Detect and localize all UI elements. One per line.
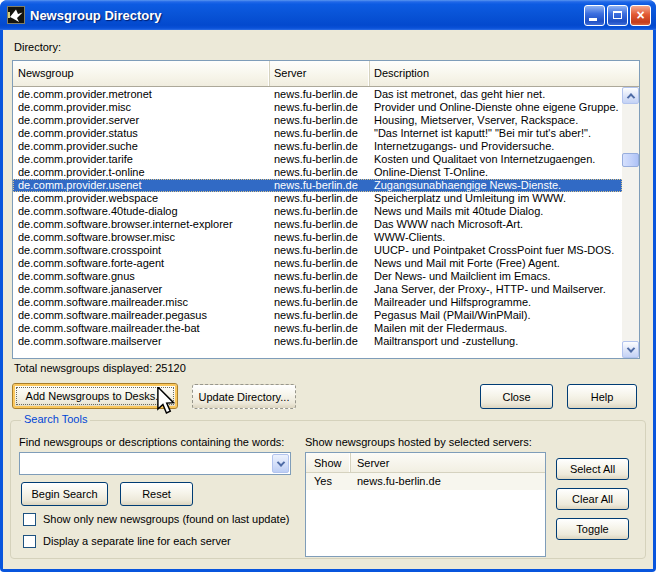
table-cell: Mailtransport und -zustellung. bbox=[370, 335, 622, 348]
table-row[interactable]: de.comm.provider.usenetnews.fu-berlin.de… bbox=[13, 179, 622, 192]
begin-search-button[interactable]: Begin Search bbox=[21, 482, 108, 506]
column-header-show[interactable]: Show bbox=[306, 453, 351, 472]
show-only-new-label: Show only new newsgroups (found on last … bbox=[43, 513, 289, 525]
table-cell: de.comm.software.mailserver bbox=[13, 335, 270, 348]
table-cell: de.comm.software.crosspoint bbox=[13, 244, 270, 257]
newsgroup-rows: de.comm.provider.metronetnews.fu-berlin.… bbox=[13, 88, 622, 348]
table-row[interactable]: de.comm.software.crosspointnews.fu-berli… bbox=[13, 244, 622, 257]
table-cell: de.comm.provider.tarife bbox=[13, 153, 270, 166]
column-header-server[interactable]: Server bbox=[270, 61, 370, 86]
separate-line-checkbox[interactable]: Display a separate line for each server bbox=[23, 534, 231, 548]
table-row[interactable]: de.comm.provider.suchenews.fu-berlin.deI… bbox=[13, 140, 622, 153]
table-row[interactable]: de.comm.software.browser.internet-explor… bbox=[13, 218, 622, 231]
titlebar[interactable]: Newsgroup Directory × bbox=[0, 0, 656, 30]
app-icon bbox=[7, 6, 25, 24]
checkbox-unchecked-icon bbox=[23, 535, 36, 548]
table-cell: de.comm.software.40tude-dialog bbox=[13, 205, 270, 218]
server-list-header: Show Server bbox=[306, 453, 545, 473]
table-cell: de.comm.software.browser.misc bbox=[13, 231, 270, 244]
table-cell: Internetzugangs- und Providersuche. bbox=[370, 140, 622, 153]
table-row[interactable]: de.comm.software.40tude-dialognews.fu-be… bbox=[13, 205, 622, 218]
table-row[interactable]: de.comm.provider.tarifenews.fu-berlin.de… bbox=[13, 153, 622, 166]
clear-all-button[interactable]: Clear All bbox=[556, 488, 629, 510]
table-row[interactable]: de.comm.provider.metronetnews.fu-berlin.… bbox=[13, 88, 622, 101]
table-cell: "Das Internet ist kaputt!" "Bei mir tut'… bbox=[370, 127, 622, 140]
table-cell: news.fu-berlin.de bbox=[270, 192, 370, 205]
search-combo bbox=[19, 452, 291, 475]
table-row[interactable]: de.comm.software.mailreader.pegasusnews.… bbox=[13, 309, 622, 322]
list-header: Newsgroup Server Description bbox=[13, 61, 639, 87]
column-header-description[interactable]: Description bbox=[370, 61, 639, 86]
server-rows: Yesnews.fu-berlin.de bbox=[306, 473, 545, 490]
table-cell: de.comm.software.mailreader.pegasus bbox=[13, 309, 270, 322]
table-row[interactable]: de.comm.software.forte-agentnews.fu-berl… bbox=[13, 257, 622, 270]
table-cell: de.comm.software.janaserver bbox=[13, 283, 270, 296]
table-cell: Mailen mit der Fledermaus. bbox=[370, 322, 622, 335]
table-row[interactable]: de.comm.software.browser.miscnews.fu-ber… bbox=[13, 231, 622, 244]
table-cell: news.fu-berlin.de bbox=[270, 218, 370, 231]
table-row[interactable]: de.comm.provider.servernews.fu-berlin.de… bbox=[13, 114, 622, 127]
update-directory-button[interactable]: Update Directory... bbox=[192, 384, 296, 409]
scrollbar-thumb[interactable] bbox=[622, 153, 639, 167]
toggle-button[interactable]: Toggle bbox=[556, 518, 629, 540]
table-row[interactable]: de.comm.software.mailservernews.fu-berli… bbox=[13, 335, 622, 348]
table-cell: news.fu-berlin.de bbox=[270, 127, 370, 140]
table-row[interactable]: de.comm.provider.statusnews.fu-berlin.de… bbox=[13, 127, 622, 140]
combo-dropdown-button[interactable] bbox=[272, 454, 289, 473]
table-cell: news.fu-berlin.de bbox=[270, 114, 370, 127]
scroll-down-button[interactable] bbox=[622, 341, 639, 358]
list-body: de.comm.provider.metronetnews.fu-berlin.… bbox=[13, 87, 639, 358]
table-cell: de.comm.software.mailreader.misc bbox=[13, 296, 270, 309]
table-row[interactable]: de.comm.software.mailreader.the-batnews.… bbox=[13, 322, 622, 335]
table-cell: news.fu-berlin.de bbox=[270, 322, 370, 335]
scroll-down-icon bbox=[626, 344, 634, 352]
table-row[interactable]: de.comm.provider.miscnews.fu-berlin.dePr… bbox=[13, 101, 622, 114]
checkbox-unchecked-icon bbox=[23, 513, 36, 526]
server-cell: news.fu-berlin.de bbox=[351, 473, 545, 490]
table-cell: Mailreader und Hilfsprogramme. bbox=[370, 296, 622, 309]
show-only-new-checkbox[interactable]: Show only new newsgroups (found on last … bbox=[23, 512, 289, 526]
table-cell: Online-Dienst T-Online. bbox=[370, 166, 622, 179]
table-row[interactable]: de.comm.provider.webspacenews.fu-berlin.… bbox=[13, 192, 622, 205]
separate-line-label: Display a separate line for each server bbox=[43, 535, 231, 547]
table-cell: de.comm.provider.misc bbox=[13, 101, 270, 114]
table-cell: de.comm.provider.suche bbox=[13, 140, 270, 153]
table-cell: Das WWW nach Microsoft-Art. bbox=[370, 218, 622, 231]
table-row[interactable]: de.comm.software.gnusnews.fu-berlin.deDe… bbox=[13, 270, 622, 283]
reset-button[interactable]: Reset bbox=[120, 482, 193, 506]
table-cell: Der News- und Mailclient im Emacs. bbox=[370, 270, 622, 283]
table-row[interactable]: de.comm.software.mailreader.miscnews.fu-… bbox=[13, 296, 622, 309]
search-tools-title: Search Tools bbox=[21, 413, 90, 425]
table-cell: news.fu-berlin.de bbox=[270, 283, 370, 296]
server-row[interactable]: Yesnews.fu-berlin.de bbox=[306, 473, 545, 490]
chevron-down-icon bbox=[276, 458, 284, 466]
search-tools-group: Search Tools Find newsgroups or descript… bbox=[10, 420, 646, 559]
column-header-newsgroup[interactable]: Newsgroup bbox=[13, 61, 270, 86]
directory-label: Directory: bbox=[14, 41, 61, 53]
table-cell: news.fu-berlin.de bbox=[270, 101, 370, 114]
table-cell: news.fu-berlin.de bbox=[270, 257, 370, 270]
table-cell: news.fu-berlin.de bbox=[270, 231, 370, 244]
table-cell: de.comm.software.forte-agent bbox=[13, 257, 270, 270]
table-cell: de.comm.software.browser.internet-explor… bbox=[13, 218, 270, 231]
table-cell: news.fu-berlin.de bbox=[270, 335, 370, 348]
add-newsgroups-button[interactable]: Add Newsgroups to Desks... bbox=[12, 383, 178, 409]
table-row[interactable]: de.comm.provider.t-onlinenews.fu-berlin.… bbox=[13, 166, 622, 179]
table-cell: Speicherplatz und Umleitung im WWW. bbox=[370, 192, 622, 205]
window-title: Newsgroup Directory bbox=[30, 8, 584, 23]
vertical-scrollbar[interactable] bbox=[622, 87, 639, 358]
minimize-button[interactable] bbox=[584, 5, 605, 26]
maximize-button[interactable] bbox=[607, 5, 628, 26]
table-cell: de.comm.provider.webspace bbox=[13, 192, 270, 205]
table-cell: WWW-Clients. bbox=[370, 231, 622, 244]
close-button[interactable]: × bbox=[630, 5, 651, 26]
search-input[interactable] bbox=[21, 454, 270, 473]
table-cell: news.fu-berlin.de bbox=[270, 153, 370, 166]
column-header-server2[interactable]: Server bbox=[351, 453, 545, 472]
select-all-button[interactable]: Select All bbox=[556, 458, 629, 480]
close-icon: × bbox=[636, 8, 644, 22]
table-row[interactable]: de.comm.software.janaservernews.fu-berli… bbox=[13, 283, 622, 296]
help-button[interactable]: Help bbox=[567, 384, 637, 409]
scroll-up-button[interactable] bbox=[622, 87, 639, 104]
close-dialog-button[interactable]: Close bbox=[480, 384, 553, 409]
